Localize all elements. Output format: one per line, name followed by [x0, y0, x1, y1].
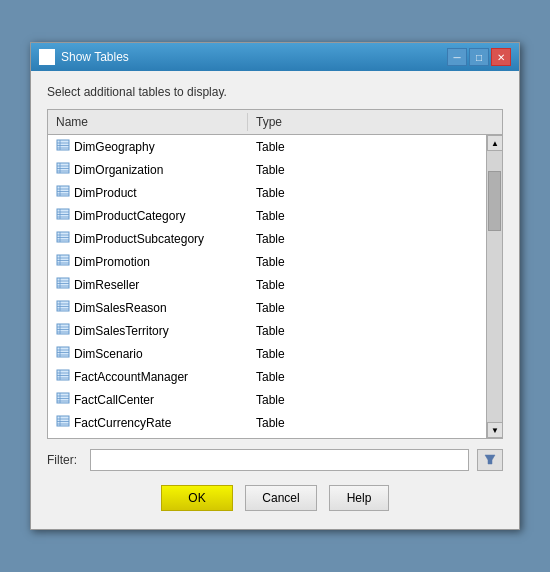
table-cell-name: DimSalesReason	[48, 297, 248, 318]
help-button[interactable]: Help	[329, 485, 389, 511]
table-row-icon	[56, 391, 70, 408]
table-row[interactable]: DimSalesReasonTable	[48, 296, 502, 319]
maximize-button[interactable]: □	[469, 48, 489, 66]
table-row-icon	[56, 184, 70, 201]
table-row-icon	[56, 322, 70, 339]
scroll-thumb[interactable]	[488, 171, 501, 231]
table-cell-type: Table	[248, 368, 328, 386]
table-cell-name: DimGeography	[48, 136, 248, 157]
table-cell-type: Table	[248, 138, 328, 156]
scroll-up-button[interactable]: ▲	[487, 135, 503, 151]
row-name-text: DimSalesTerritory	[74, 324, 169, 338]
table-body[interactable]: DimGeographyTable DimOrganizationTable D…	[48, 135, 502, 438]
table-row[interactable]: DimSalesTerritoryTable	[48, 319, 502, 342]
title-bar-left: Show Tables	[39, 49, 129, 65]
table-cell-name: DimReseller	[48, 274, 248, 295]
svg-rect-45	[57, 324, 69, 334]
ok-button[interactable]: OK	[161, 485, 233, 511]
table-row-icon	[56, 345, 70, 362]
table-cell-name: DimPromotion	[48, 251, 248, 272]
table-cell-name: DimProductCategory	[48, 205, 248, 226]
row-name-text: DimProduct	[74, 186, 137, 200]
filter-label: Filter:	[47, 453, 82, 467]
table-cell-type: Table	[248, 161, 328, 179]
table-cell-type: Table	[248, 299, 328, 317]
svg-rect-4	[47, 56, 50, 58]
svg-rect-15	[57, 186, 69, 196]
svg-rect-55	[57, 370, 69, 380]
svg-rect-35	[57, 278, 69, 288]
table-cell-name: FactFinance	[48, 435, 248, 438]
table-row[interactable]: DimOrganizationTable	[48, 158, 502, 181]
table-row[interactable]: DimResellerTable	[48, 273, 502, 296]
window-icon	[39, 49, 55, 65]
table-cell-type: Table	[248, 184, 328, 202]
row-name-text: FactCallCenter	[74, 393, 154, 407]
row-name-text: DimProductCategory	[74, 209, 185, 223]
row-name-text: DimSalesReason	[74, 301, 167, 315]
row-name-text: DimOrganization	[74, 163, 163, 177]
instruction-text: Select additional tables to display.	[47, 85, 503, 99]
table-cell-type: Table	[248, 345, 328, 363]
table-container: Name Type DimGeographyTable DimOrganizat…	[47, 109, 503, 439]
svg-marker-85	[485, 455, 495, 464]
svg-rect-5	[57, 140, 69, 150]
filter-button[interactable]	[477, 449, 503, 471]
table-row-icon	[56, 368, 70, 385]
table-row[interactable]: DimGeographyTable	[48, 135, 502, 158]
row-name-text: DimReseller	[74, 278, 139, 292]
row-name-text: DimScenario	[74, 347, 143, 361]
table-row-icon	[56, 253, 70, 270]
svg-rect-3	[43, 56, 46, 58]
table-row-icon	[56, 414, 70, 431]
svg-rect-30	[57, 255, 69, 265]
table-row[interactable]: DimProductTable	[48, 181, 502, 204]
row-name-text: DimGeography	[74, 140, 155, 154]
table-row[interactable]: DimProductCategoryTable	[48, 204, 502, 227]
filter-input[interactable]	[90, 449, 469, 471]
svg-rect-0	[41, 51, 53, 60]
table-cell-name: FactAccountManager	[48, 366, 248, 387]
table-cell-type: Table	[248, 391, 328, 409]
table-row-icon	[56, 230, 70, 247]
table-row[interactable]: DimPromotionTable	[48, 250, 502, 273]
minimize-button[interactable]: ─	[447, 48, 467, 66]
svg-rect-2	[47, 53, 50, 55]
window-body: Select additional tables to display. Nam…	[31, 71, 519, 529]
table-row-icon	[56, 437, 70, 438]
button-row: OK Cancel Help	[47, 485, 503, 511]
close-button[interactable]: ✕	[491, 48, 511, 66]
table-cell-name: DimProductSubcategory	[48, 228, 248, 249]
scroll-track[interactable]	[487, 151, 502, 422]
table-cell-name: DimSalesTerritory	[48, 320, 248, 341]
table-cell-type: Table	[248, 253, 328, 271]
table-row[interactable]: FactCallCenterTable	[48, 388, 502, 411]
table-row[interactable]: FactCurrencyRateTable	[48, 411, 502, 434]
show-tables-window: Show Tables ─ □ ✕ Select additional tabl…	[30, 42, 520, 530]
table-cell-name: FactCurrencyRate	[48, 412, 248, 433]
table-row[interactable]: FactFinanceTable	[48, 434, 502, 438]
svg-rect-20	[57, 209, 69, 219]
row-name-text: FactAccountManager	[74, 370, 188, 384]
filter-icon	[483, 452, 497, 469]
title-bar: Show Tables ─ □ ✕	[31, 43, 519, 71]
row-name-text: DimProductSubcategory	[74, 232, 204, 246]
table-cell-type: Table	[248, 230, 328, 248]
svg-rect-10	[57, 163, 69, 173]
table-row[interactable]: FactAccountManagerTable	[48, 365, 502, 388]
cancel-button[interactable]: Cancel	[245, 485, 317, 511]
svg-rect-1	[43, 53, 46, 55]
column-header-name: Name	[48, 113, 248, 131]
title-buttons: ─ □ ✕	[447, 48, 511, 66]
scroll-down-button[interactable]: ▼	[487, 422, 503, 438]
table-row-icon	[56, 276, 70, 293]
scrollbar[interactable]: ▲ ▼	[486, 135, 502, 438]
table-row[interactable]: DimProductSubcategoryTable	[48, 227, 502, 250]
window-title: Show Tables	[61, 50, 129, 64]
svg-rect-65	[57, 416, 69, 426]
table-row[interactable]: DimScenarioTable	[48, 342, 502, 365]
table-cell-name: DimProduct	[48, 182, 248, 203]
table-row-icon	[56, 299, 70, 316]
table-cell-name: DimOrganization	[48, 159, 248, 180]
table-cell-type: Table	[248, 276, 328, 294]
